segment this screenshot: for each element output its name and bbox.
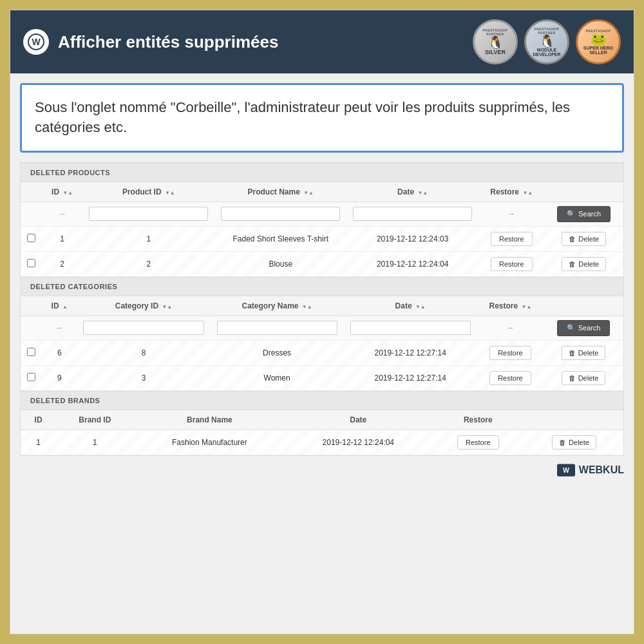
brands-row1-delete-cell: 🗑 Delete — [525, 430, 623, 455]
restore-sort-icon: ▼▲ — [522, 190, 533, 196]
table-row: 9 3 Women 2019-12-12 12:27:14 Restore 🗑 … — [21, 365, 623, 390]
products-row1-date: 2019-12-12 12:24:03 — [346, 226, 478, 251]
brands-th-restore[interactable]: Restore — [431, 410, 525, 430]
categories-row2-restore-button[interactable]: Restore — [489, 371, 531, 385]
products-filter-product-id-input[interactable] — [89, 207, 208, 221]
categories-th-date[interactable]: Date ▼▲ — [344, 296, 477, 316]
products-filter-product-name-input[interactable] — [221, 207, 340, 221]
products-filter-restore-cell: -- — [478, 202, 544, 226]
brands-row1-id: 1 — [21, 430, 56, 455]
header-logo-icon: W — [23, 29, 49, 55]
header: W Afficher entités supprimées PRESTASHOP… — [10, 10, 634, 73]
cat-id-sort-icon: ▲ — [62, 304, 68, 310]
products-row2-checkbox[interactable] — [27, 259, 35, 267]
badge-seller-icon: 🐸 — [591, 33, 607, 46]
categories-row1-date: 2019-12-12 12:27:14 — [344, 340, 477, 365]
categories-filter-category-name-input[interactable] — [217, 321, 337, 335]
badge-silver-main: SILVER — [485, 49, 506, 55]
badge-module-main: MODULE DEVELOPER — [526, 48, 567, 57]
products-row1-delete-button[interactable]: 🗑 Delete — [562, 232, 606, 246]
search-icon: 🔍 — [567, 210, 576, 218]
products-filter-product-id-cell — [82, 202, 214, 226]
brands-th-date[interactable]: Date — [285, 410, 431, 430]
categories-th-category-id[interactable]: Category ID ▼▲ — [77, 296, 210, 316]
categories-filter-category-name-cell — [211, 316, 344, 340]
products-row1-delete-cell: 🗑 Delete — [544, 226, 623, 251]
products-row1-id: 1 — [42, 226, 82, 251]
categories-search-button[interactable]: 🔍 Search — [557, 320, 611, 336]
badge-module: PRESTASHOP PARTNER 🐧 MODULE DEVELOPER — [524, 19, 569, 64]
trash-icon: 🗑 — [559, 439, 566, 446]
categories-filter-category-id-input[interactable] — [83, 321, 204, 335]
categories-row1-restore-button[interactable]: Restore — [489, 346, 531, 360]
products-row2-restore-button[interactable]: Restore — [491, 257, 533, 271]
brands-row1-date: 2019-12-12 12:24:04 — [285, 430, 431, 455]
categories-row2-category-name: Women — [211, 365, 344, 390]
categories-filter-date-input[interactable] — [350, 321, 471, 335]
products-row2-date: 2019-12-12 12:24:04 — [346, 251, 478, 276]
products-row2-restore-cell: Restore — [478, 251, 544, 276]
header-badges: PRESTASHOP PARTNER 🐧 SILVER PRESTASHOP P… — [473, 19, 621, 64]
trash-icon: 🗑 — [569, 260, 576, 268]
svg-text:W: W — [32, 37, 41, 47]
products-th-date[interactable]: Date ▼▲ — [346, 182, 478, 202]
categories-filter-row: -- -- 🔍 Search — [21, 316, 623, 340]
categories-filter-id-cell: -- — [42, 316, 77, 340]
categories-row1-checkbox[interactable] — [27, 348, 35, 356]
categories-row2-restore-cell: Restore — [477, 365, 544, 390]
categories-table-wrapper: ID ▲ Category ID ▼▲ Category Name ▼▲ Dat… — [21, 296, 623, 391]
id-sort-icon: ▼▲ — [62, 190, 73, 196]
trash-icon: 🗑 — [569, 235, 576, 243]
table-row: 2 2 Blouse 2019-12-12 12:24:04 Restore 🗑… — [21, 251, 623, 276]
products-row1-restore-cell: Restore — [478, 226, 544, 251]
date-sort-icon: ▼▲ — [417, 190, 428, 196]
products-row2-id: 2 — [42, 251, 82, 276]
trash-icon: 🗑 — [569, 349, 576, 357]
categories-th-restore[interactable]: Restore ▼▲ — [477, 296, 544, 316]
brands-th-id[interactable]: ID — [21, 410, 56, 430]
footer: W WEBKUL — [10, 456, 634, 482]
categories-row2-checkbox[interactable] — [27, 373, 35, 381]
products-table-header-row: ID ▼▲ Product ID ▼▲ Product Name ▼▲ Date… — [21, 182, 623, 202]
categories-row1-category-name: Dresses — [211, 340, 344, 365]
cat-restore-sort-icon: ▼▲ — [522, 304, 532, 310]
categories-row2-delete-cell: 🗑 Delete — [544, 365, 623, 390]
products-table-wrapper: ID ▼▲ Product ID ▼▲ Product Name ▼▲ Date… — [21, 182, 623, 277]
categories-table: ID ▲ Category ID ▼▲ Category Name ▼▲ Dat… — [21, 296, 623, 391]
brands-th-brand-name[interactable]: Brand Name — [134, 410, 285, 430]
products-filter-row: -- -- 🔍 Search — [21, 202, 623, 226]
products-row1-restore-button[interactable]: Restore — [491, 232, 533, 246]
products-filter-checkbox-cell — [21, 202, 42, 226]
categories-row1-restore-cell: Restore — [477, 340, 544, 365]
content-area: DELETED PRODUCTS ID ▼▲ Product ID ▼▲ Pro… — [20, 162, 624, 456]
products-th-product-name[interactable]: Product Name ▼▲ — [214, 182, 346, 202]
products-row1-checkbox[interactable] — [27, 234, 35, 242]
categories-th-category-name[interactable]: Category Name ▼▲ — [211, 296, 344, 316]
categories-row1-checkbox-cell — [21, 340, 42, 365]
products-th-restore[interactable]: Restore ▼▲ — [478, 182, 544, 202]
categories-row1-delete-button[interactable]: 🗑 Delete — [562, 346, 606, 360]
products-filter-date-input[interactable] — [353, 207, 472, 221]
categories-row2-date: 2019-12-12 12:27:14 — [344, 365, 477, 390]
brands-table-wrapper: ID Brand ID Brand Name Date Restore 1 1 … — [21, 410, 623, 455]
webkul-logo: W WEBKUL — [557, 464, 624, 477]
products-filter-date-cell — [346, 202, 478, 226]
brands-row1-brand-name: Fashion Manufacturer — [134, 430, 285, 455]
categories-filter-checkbox-cell — [21, 316, 42, 340]
products-th-product-id[interactable]: Product ID ▼▲ — [82, 182, 214, 202]
categories-row2-delete-button[interactable]: 🗑 Delete — [562, 371, 606, 385]
brands-row1-delete-button[interactable]: 🗑 Delete — [552, 435, 596, 450]
products-th-id[interactable]: ID ▼▲ — [42, 182, 82, 202]
brands-th-brand-id[interactable]: Brand ID — [56, 410, 134, 430]
brands-row1-restore-button[interactable]: Restore — [457, 435, 499, 450]
categories-th-id[interactable]: ID ▲ — [42, 296, 77, 316]
webkul-logo-icon: W — [557, 464, 575, 477]
categories-search-cell: 🔍 Search — [544, 316, 623, 340]
cat-date-sort-icon: ▼▲ — [415, 304, 426, 310]
products-row2-checkbox-cell — [21, 251, 42, 276]
description-text: Sous l'onglet nommé "Corbeille", l'admin… — [35, 98, 609, 138]
products-search-button[interactable]: 🔍 Search — [557, 206, 611, 222]
svg-text:W: W — [563, 466, 569, 474]
products-row2-delete-button[interactable]: 🗑 Delete — [562, 257, 606, 271]
categories-search-label: Search — [578, 324, 601, 332]
